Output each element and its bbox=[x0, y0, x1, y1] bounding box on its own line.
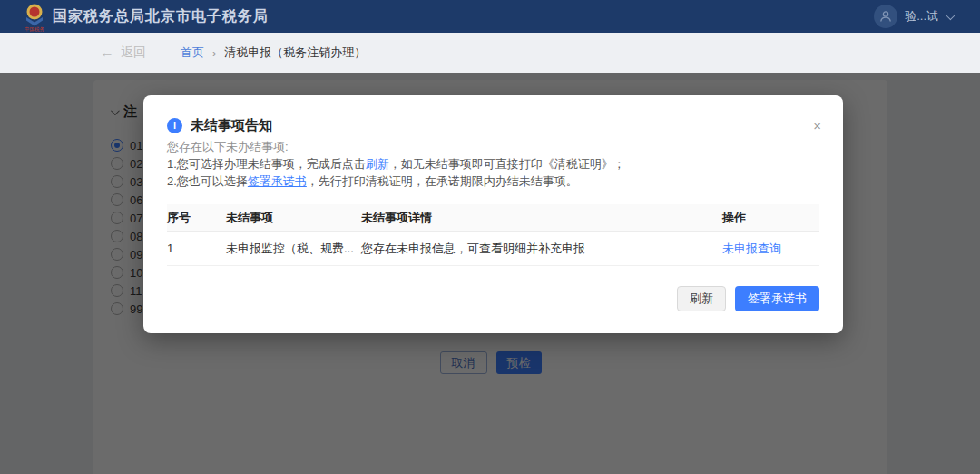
modal-instruction-1: 1.您可选择办理未结事项，完成后点击刷新，如无未结事项即可直接打印《清税证明》； bbox=[167, 155, 819, 173]
pending-items-modal: i 未结事项告知 × 您存在以下未办结事项: 1.您可选择办理未结事项，完成后点… bbox=[143, 95, 843, 333]
column-header-action: 操作 bbox=[722, 210, 819, 226]
modal-instruction-2: 2.您也可以选择签署承诺书，先行打印清税证明，在承诺期限内办结未结事项。 bbox=[167, 173, 819, 190]
modal-body-text: 您存在以下未办结事项: 1.您可选择办理未结事项，完成后点击刷新，如无未结事项即… bbox=[167, 138, 819, 190]
app-title: 国家税务总局北京市电子税务局 bbox=[53, 7, 269, 26]
table-header-row: 序号 未结事项 未结事项详情 操作 bbox=[167, 204, 819, 232]
cell-no: 1 bbox=[167, 242, 226, 255]
info-icon: i bbox=[167, 118, 182, 133]
app-header: 中国税务 国家税务总局北京市电子税务局 验...试 bbox=[0, 0, 980, 33]
username: 验...试 bbox=[905, 8, 938, 25]
column-header-no: 序号 bbox=[167, 210, 226, 226]
instruction-1-text: ，如无未结事项即可直接打印《清税证明》； bbox=[389, 157, 625, 171]
chevron-down-icon bbox=[946, 10, 956, 20]
breadcrumb-home-link[interactable]: 首页 bbox=[181, 44, 204, 61]
cell-item: 未申报监控（税、规费... bbox=[226, 241, 361, 257]
tax-bureau-logo-icon: 中国税务 bbox=[24, 3, 44, 32]
sign-commitment-button[interactable]: 签署承诺书 bbox=[735, 286, 819, 311]
modal-footer: 刷新 签署承诺书 bbox=[167, 286, 819, 311]
sign-commitment-link[interactable]: 签署承诺书 bbox=[248, 174, 307, 188]
back-label: 返回 bbox=[121, 44, 146, 61]
column-header-item: 未结事项 bbox=[226, 210, 361, 226]
breadcrumb-bar: ← 返回 首页 › 清税申报（税务注销办理） bbox=[0, 33, 980, 73]
logo-text: 中国税务 bbox=[24, 26, 44, 32]
instruction-2-text: 2.您也可以选择 bbox=[167, 174, 248, 188]
undeclared-query-link[interactable]: 未申报查询 bbox=[722, 242, 781, 255]
instruction-1-text: 1.您可选择办理未结事项，完成后点击 bbox=[167, 157, 366, 171]
modal-intro: 您存在以下未办结事项: bbox=[167, 138, 819, 155]
refresh-button[interactable]: 刷新 bbox=[677, 286, 726, 311]
modal-title-row: i 未结事项告知 bbox=[167, 115, 819, 135]
back-button[interactable]: ← 返回 bbox=[100, 44, 146, 61]
user-menu[interactable]: 验...试 bbox=[874, 5, 980, 28]
column-header-detail: 未结事项详情 bbox=[361, 210, 722, 226]
pending-items-table: 序号 未结事项 未结事项详情 操作 1 未申报监控（税、规费... 您存在未申报… bbox=[167, 204, 819, 266]
cell-detail: 您存在未申报信息，可查看明细并补充申报 bbox=[361, 241, 722, 257]
refresh-link[interactable]: 刷新 bbox=[366, 157, 389, 171]
back-arrow-icon: ← bbox=[100, 45, 114, 60]
instruction-2-text: ，先行打印清税证明，在承诺期限内办结未结事项。 bbox=[307, 174, 578, 188]
avatar[interactable] bbox=[874, 5, 897, 28]
user-icon bbox=[878, 9, 893, 24]
modal-title: 未结事项告知 bbox=[191, 117, 272, 134]
close-icon[interactable]: × bbox=[813, 119, 821, 133]
breadcrumb-current: 清税申报（税务注销办理） bbox=[224, 44, 366, 61]
breadcrumb-separator: › bbox=[212, 46, 216, 60]
table-row: 1 未申报监控（税、规费... 您存在未申报信息，可查看明细并补充申报 未申报查… bbox=[167, 232, 819, 266]
